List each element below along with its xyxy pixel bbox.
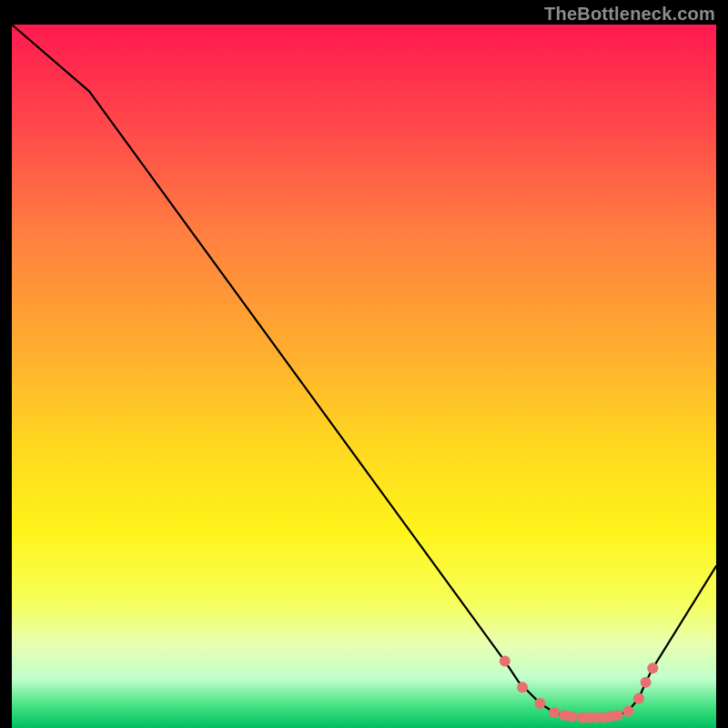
chart-marker — [622, 705, 633, 716]
chart-marker — [612, 710, 623, 721]
chart-marker — [535, 698, 546, 709]
chart-curve — [12, 25, 716, 717]
attribution-text: TheBottleneck.com — [544, 4, 715, 25]
chart-marker — [517, 682, 528, 693]
chart-marker — [566, 712, 577, 723]
chart-svg — [12, 25, 716, 728]
chart-marker — [549, 707, 560, 718]
chart-marker — [633, 693, 644, 704]
chart-marker — [500, 656, 511, 667]
chart-plot-area — [12, 25, 716, 728]
chart-markers — [500, 656, 659, 723]
chart-marker — [641, 677, 652, 688]
chart-marker — [647, 662, 658, 673]
